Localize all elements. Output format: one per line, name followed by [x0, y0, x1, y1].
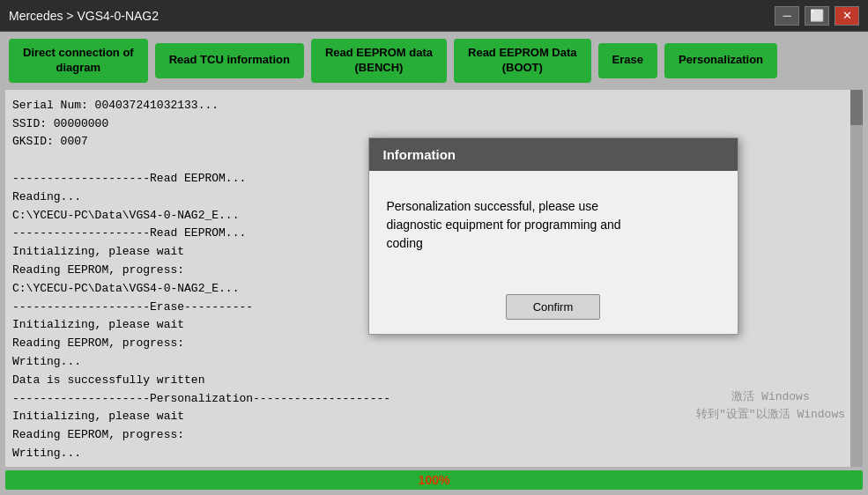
close-button[interactable]: ✕ [835, 6, 859, 26]
maximize-button[interactable]: ⬜ [805, 6, 829, 26]
window-title: Mercedes > VGS4-0-NAG2 [9, 9, 159, 23]
modal-body: Personalization successful, please usedi… [369, 171, 738, 285]
information-modal: Information Personalization successful, … [368, 137, 738, 335]
modal-header: Information [369, 138, 738, 171]
confirm-button[interactable]: Confirm [506, 294, 601, 320]
modal-message: Personalization successful, please usedi… [387, 197, 720, 253]
modal-footer: Confirm [369, 285, 738, 334]
main-area: Direct connection of diagram Read TCU in… [0, 32, 868, 495]
title-bar: Mercedes > VGS4-0-NAG2 ─ ⬜ ✕ [0, 0, 868, 32]
modal-overlay: Information Personalization successful, … [0, 32, 868, 495]
minimize-button[interactable]: ─ [775, 6, 799, 26]
window-controls: ─ ⬜ ✕ [775, 6, 859, 26]
